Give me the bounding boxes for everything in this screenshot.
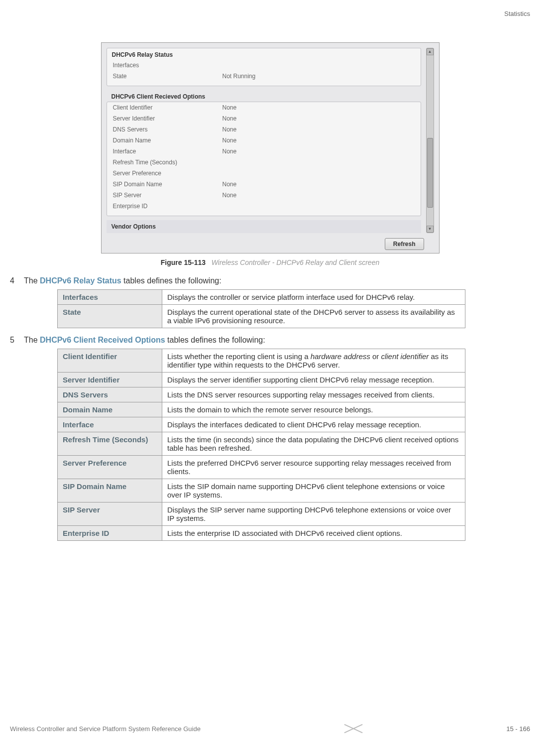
row-value bbox=[223, 203, 415, 210]
row-label: SIP Domain Name bbox=[113, 181, 223, 188]
row-label: SIP Server bbox=[113, 192, 223, 199]
screenshot-figure: DHCPv6 Relay Status Interfaces State Not… bbox=[101, 42, 440, 253]
table-row: Client Identifier Lists whether the repo… bbox=[58, 349, 465, 373]
row-label: State bbox=[113, 73, 223, 80]
footer-text: Wireless Controller and Service Platform… bbox=[10, 725, 201, 733]
table-row: Refresh Time (Seconds)Lists the time (in… bbox=[58, 432, 465, 456]
desc-cell: Lists the DNS server resources supportin… bbox=[162, 387, 465, 402]
table-row: SIP Domain NameLists the SIP domain name… bbox=[58, 479, 465, 503]
relay-row: Interfaces bbox=[107, 60, 421, 71]
row-value: None bbox=[223, 126, 415, 133]
scrollbar-thumb[interactable] bbox=[427, 138, 433, 208]
desc-cell: Displays the interfaces dedicated to cli… bbox=[162, 417, 465, 432]
step-5: 5 The DHCPv6 Client Received Options tab… bbox=[10, 336, 530, 345]
table-row: Domain NameLists the domain to which the… bbox=[58, 402, 465, 417]
scrollbar-down-icon[interactable]: ▼ bbox=[427, 226, 434, 233]
figure-caption: Figure 15-113 Wireless Controller - DHCP… bbox=[10, 258, 530, 266]
row-value: Not Running bbox=[223, 73, 415, 80]
term-cell: Enterprise ID bbox=[58, 526, 162, 541]
row-value: None bbox=[223, 181, 415, 188]
row-label: Client Identifier bbox=[113, 104, 223, 111]
row-value: None bbox=[223, 115, 415, 122]
desc-cell: Lists the time (in seconds) since the da… bbox=[162, 432, 465, 456]
refresh-button[interactable]: Refresh bbox=[385, 238, 424, 250]
desc-cell: Displays the server identifier supportin… bbox=[162, 373, 465, 387]
term-cell: Refresh Time (Seconds) bbox=[58, 432, 162, 456]
table-row: DNS ServersLists the DNS server resource… bbox=[58, 387, 465, 402]
row-label: Enterprise ID bbox=[113, 203, 223, 210]
term-cell: Interface bbox=[58, 417, 162, 432]
step-text: The DHCPv6 Relay Status tables defines t… bbox=[24, 276, 530, 285]
term-cell: Server Identifier bbox=[58, 373, 162, 387]
desc-cell: Lists whether the reporting client is us… bbox=[162, 349, 465, 373]
row-label: Server Identifier bbox=[113, 115, 223, 122]
desc-cell: Displays the controller or service platf… bbox=[162, 290, 465, 305]
table-row: InterfacesDisplays the controller or ser… bbox=[58, 290, 465, 305]
row-value bbox=[223, 159, 415, 166]
client-options-group: Client IdentifierNone Server IdentifierN… bbox=[107, 102, 421, 216]
term-cell: Client Identifier bbox=[58, 349, 162, 373]
row-label: Interface bbox=[113, 148, 223, 155]
step-number: 4 bbox=[10, 276, 19, 285]
figure-label: Figure 15-113 bbox=[161, 258, 206, 266]
row-value: None bbox=[223, 137, 415, 144]
step-text: The DHCPv6 Client Received Options table… bbox=[24, 336, 530, 345]
figure-desc: Wireless Controller - DHCPv6 Relay and C… bbox=[208, 258, 379, 266]
row-label: Server Preference bbox=[113, 170, 223, 177]
scrollbar[interactable]: ▲ ▼ bbox=[426, 48, 434, 233]
table-row: StateDisplays the current operational st… bbox=[58, 305, 465, 328]
term-cell: Server Preference bbox=[58, 456, 162, 479]
step-number: 5 bbox=[10, 336, 19, 345]
desc-cell: Displays the current operational state o… bbox=[162, 305, 465, 328]
relay-status-group: DHCPv6 Relay Status Interfaces State Not… bbox=[107, 48, 421, 86]
desc-cell: Displays the SIP server name supporting … bbox=[162, 503, 465, 526]
row-value bbox=[223, 62, 415, 69]
step-4: 4 The DHCPv6 Relay Status tables defines… bbox=[10, 276, 530, 285]
page-number: 15 - 166 bbox=[506, 725, 530, 733]
relay-status-table: InterfacesDisplays the controller or ser… bbox=[57, 289, 465, 328]
term-cell: Interfaces bbox=[58, 290, 162, 305]
page-footer: Wireless Controller and Service Platform… bbox=[10, 719, 530, 739]
row-value: None bbox=[223, 192, 415, 199]
row-label: Interfaces bbox=[113, 62, 223, 69]
row-label: Refresh Time (Seconds) bbox=[113, 159, 223, 166]
table-row: SIP ServerDisplays the SIP server name s… bbox=[58, 503, 465, 526]
relay-status-title: DHCPv6 Relay Status bbox=[107, 48, 421, 60]
term-cell: State bbox=[58, 305, 162, 328]
row-value: None bbox=[223, 148, 415, 155]
row-value bbox=[223, 170, 415, 177]
row-label: DNS Servers bbox=[113, 126, 223, 133]
footer-logo-icon bbox=[343, 719, 363, 739]
table-row: Server IdentifierDisplays the server ide… bbox=[58, 373, 465, 387]
term-cell: SIP Domain Name bbox=[58, 479, 162, 503]
relay-row: State Not Running bbox=[107, 71, 421, 82]
term-cell: Domain Name bbox=[58, 402, 162, 417]
row-value: None bbox=[223, 104, 415, 111]
desc-cell: Lists the SIP domain name supporting DHC… bbox=[162, 479, 465, 503]
client-options-table: Client Identifier Lists whether the repo… bbox=[57, 349, 465, 541]
vendor-options-title: Vendor Options bbox=[107, 220, 421, 233]
row-label: Domain Name bbox=[113, 137, 223, 144]
table-row: Enterprise IDLists the enterprise ID ass… bbox=[58, 526, 465, 541]
term-cell: SIP Server bbox=[58, 503, 162, 526]
table-row: Server PreferenceLists the preferred DHC… bbox=[58, 456, 465, 479]
desc-cell: Lists the preferred DHCPv6 server resour… bbox=[162, 456, 465, 479]
scrollbar-up-icon[interactable]: ▲ bbox=[427, 48, 434, 55]
client-options-title: DHCPv6 Client Recieved Options bbox=[107, 90, 421, 102]
table-row: InterfaceDisplays the interfaces dedicat… bbox=[58, 417, 465, 432]
desc-cell: Lists the domain to which the remote ser… bbox=[162, 402, 465, 417]
header-section: Statistics bbox=[10, 10, 530, 17]
desc-cell: Lists the enterprise ID associated with … bbox=[162, 526, 465, 541]
term-cell: DNS Servers bbox=[58, 387, 162, 402]
